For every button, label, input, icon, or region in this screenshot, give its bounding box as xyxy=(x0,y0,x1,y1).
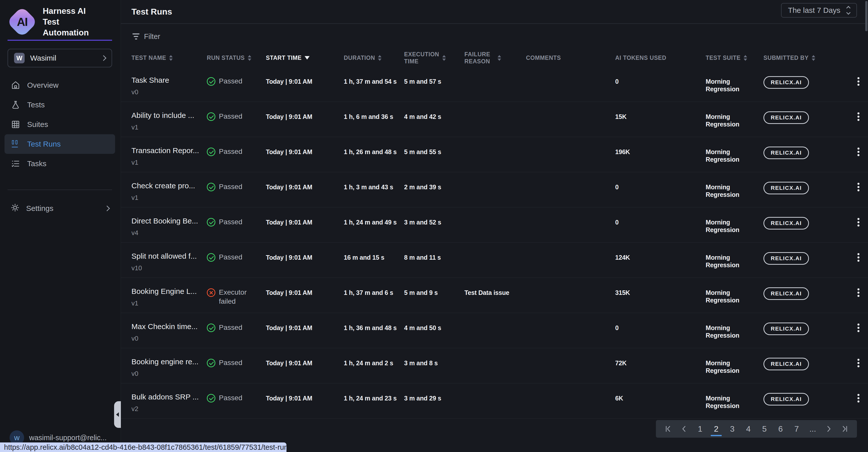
row-actions-kebab-icon[interactable] xyxy=(858,359,860,361)
status-url-text: https://app.relicx.ai/b8c04a12-cd4b-416e… xyxy=(4,443,286,452)
row-actions-kebab-icon[interactable] xyxy=(858,253,860,255)
column-header-test-suite[interactable]: TEST SUITE xyxy=(706,54,764,61)
status-label: Passed xyxy=(219,112,242,121)
test-name-link[interactable]: Transaction Repor... xyxy=(131,137,203,155)
pagination-prev-button[interactable] xyxy=(679,422,689,436)
column-header-run-status[interactable]: RUN STATUS xyxy=(207,54,266,61)
filter-button[interactable]: Filter xyxy=(144,32,160,41)
column-header-start-time[interactable]: START TIME xyxy=(266,54,344,61)
table-row[interactable]: Check create pro...v1 Passed Today | 9:0… xyxy=(121,172,868,207)
ai-tokens-cell: 15K xyxy=(615,102,706,137)
row-actions-kebab-icon[interactable] xyxy=(858,148,860,150)
pagination-page-3[interactable]: 3 xyxy=(727,422,738,436)
run-status-cell: Passed xyxy=(207,383,266,402)
sidebar-nav: Overview Tests Suites xyxy=(4,76,115,174)
chevron-right-icon xyxy=(101,55,106,61)
column-header-duration[interactable]: DURATION xyxy=(344,54,404,61)
passed-check-icon xyxy=(207,324,215,332)
test-name-link[interactable]: Check create pro... xyxy=(131,172,203,190)
column-header-test-name[interactable]: TEST NAME xyxy=(131,54,207,61)
test-name-link[interactable]: Direct Booking Be... xyxy=(131,207,203,225)
sidebar-item-tasks[interactable]: Tasks xyxy=(4,154,115,174)
column-header-execution-time[interactable]: EXECUTION TIME xyxy=(404,51,464,65)
row-actions-kebab-icon[interactable] xyxy=(858,112,860,114)
execution-time-cell: 3 m and 8 s xyxy=(404,348,464,383)
workspace-avatar: W xyxy=(14,53,25,63)
test-version: v1 xyxy=(131,299,203,307)
sidebar-collapse-handle[interactable] xyxy=(114,401,121,428)
pagination-next-button[interactable] xyxy=(823,422,834,436)
browser-status-url: https://app.relicx.ai/b8c04a12-cd4b-416e… xyxy=(0,443,286,452)
vertical-scrollbar[interactable] xyxy=(865,1,868,31)
run-status-cell: Passed xyxy=(207,243,266,262)
filter-icon[interactable] xyxy=(132,33,140,39)
table-body: Task Sharev0 Passed Today | 9:01 AM 1 h,… xyxy=(121,67,868,419)
test-name-link[interactable]: Ability to include ... xyxy=(131,102,203,120)
pagination-last-button[interactable] xyxy=(839,422,850,436)
test-name-link[interactable]: Split not allowed f... xyxy=(131,243,203,261)
test-name-link[interactable]: Max Checkin time... xyxy=(131,313,203,331)
column-header-failure-reason[interactable]: FAILURE REASON xyxy=(464,51,526,65)
column-header-ai-tokens[interactable]: AI TOKENS USED xyxy=(615,54,706,61)
date-range-value: The last 7 Days xyxy=(788,6,840,14)
comments-cell xyxy=(526,278,615,313)
sort-icon xyxy=(378,55,381,61)
pagination-page-1[interactable]: 1 xyxy=(694,422,706,436)
app-title: Harness AI Test Automation xyxy=(43,5,100,38)
test-name-link[interactable]: Booking engine re... xyxy=(131,348,203,366)
submitted-by-badge: RELICX.AI xyxy=(764,76,809,89)
sidebar-item-label: Test Runs xyxy=(27,140,61,148)
ai-tokens-cell: 0 xyxy=(615,172,706,207)
test-version: v2 xyxy=(131,405,203,413)
test-version: v0 xyxy=(131,88,203,96)
table-row[interactable]: Transaction Repor...v1 Passed Today | 9:… xyxy=(121,137,868,172)
row-actions-kebab-icon[interactable] xyxy=(858,183,860,185)
table-row[interactable]: Bulk addons SRP ...v2 Passed Today | 9:0… xyxy=(121,383,868,419)
pagination-page-4[interactable]: 4 xyxy=(743,422,754,436)
test-name-link[interactable]: Bulk addons SRP ... xyxy=(131,383,203,401)
failure-reason-cell xyxy=(464,348,526,383)
run-status-cell: Passed xyxy=(207,348,266,367)
table-row[interactable]: Split not allowed f...v10 Passed Today |… xyxy=(121,243,868,278)
row-actions-kebab-icon[interactable] xyxy=(858,77,860,79)
passed-check-icon xyxy=(207,148,215,156)
table-row[interactable]: Booking Engine L...v1 Executor failed To… xyxy=(121,278,868,313)
test-version: v1 xyxy=(131,194,203,202)
test-name-link[interactable]: Task Share xyxy=(131,67,203,85)
pagination-page-5[interactable]: 5 xyxy=(759,422,770,436)
column-header-submitted-by[interactable]: SUBMITTED BY xyxy=(764,54,831,61)
submitted-by-badge: RELICX.AI xyxy=(764,111,809,124)
sort-icon xyxy=(442,55,446,61)
row-actions-kebab-icon[interactable] xyxy=(858,288,860,290)
row-actions-kebab-icon[interactable] xyxy=(858,218,860,220)
table-row[interactable]: Task Sharev0 Passed Today | 9:01 AM 1 h,… xyxy=(121,67,868,102)
ai-tokens-cell: 72K xyxy=(615,348,706,383)
pagination-page-6[interactable]: 6 xyxy=(775,422,786,436)
date-range-select[interactable]: The last 7 Days xyxy=(781,3,857,18)
failure-reason-cell xyxy=(464,383,526,418)
row-actions-kebab-icon[interactable] xyxy=(858,324,860,326)
sidebar-item-tests[interactable]: Tests xyxy=(4,95,115,115)
workspace-selector[interactable]: W Wasimil xyxy=(7,49,112,67)
table-row[interactable]: Max Checkin time...v0 Passed Today | 9:0… xyxy=(121,313,868,348)
pagination-first-button[interactable] xyxy=(662,422,674,436)
table-row[interactable]: Booking engine re...v0 Passed Today | 9:… xyxy=(121,348,868,383)
column-header-comments[interactable]: COMMENTS xyxy=(526,54,615,61)
sidebar-item-overview[interactable]: Overview xyxy=(4,76,115,95)
comments-cell xyxy=(526,383,615,418)
comments-cell xyxy=(526,313,615,348)
test-version: v4 xyxy=(131,229,203,237)
sidebar-item-suites[interactable]: Suites xyxy=(4,115,115,134)
test-name-link[interactable]: Booking Engine L... xyxy=(131,278,203,296)
sidebar-item-settings[interactable]: Settings xyxy=(4,199,115,218)
table-row[interactable]: Direct Booking Be...v4 Passed Today | 9:… xyxy=(121,207,868,243)
passed-check-icon xyxy=(207,183,215,191)
pagination-page-7[interactable]: 7 xyxy=(791,422,802,436)
row-actions-kebab-icon[interactable] xyxy=(858,394,860,396)
failure-reason-cell xyxy=(464,243,526,277)
pagination-page-2-current[interactable]: 2 xyxy=(711,422,722,436)
start-time-cell: Today | 9:01 AM xyxy=(266,67,344,101)
failure-reason-cell xyxy=(464,137,526,172)
table-row[interactable]: Ability to include ...v1 Passed Today | … xyxy=(121,102,868,137)
sidebar-item-test-runs[interactable]: Test Runs xyxy=(4,134,115,154)
